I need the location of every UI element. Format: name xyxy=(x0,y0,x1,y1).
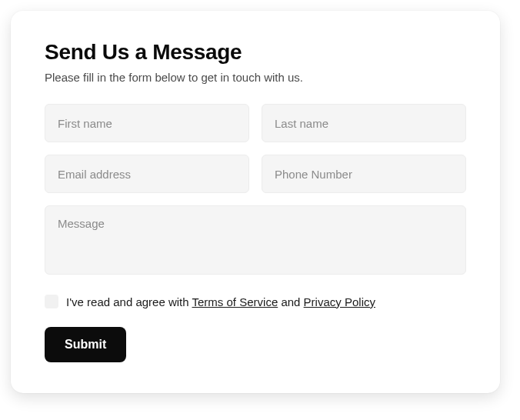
message-field[interactable] xyxy=(45,205,466,275)
contact-form: I've read and agree with Terms of Servic… xyxy=(45,104,466,362)
contact-row xyxy=(45,155,466,193)
contact-form-card: Send Us a Message Please fill in the for… xyxy=(11,11,500,393)
phone-field[interactable] xyxy=(262,155,466,193)
page-subtitle: Please fill in the form below to get in … xyxy=(45,71,466,84)
first-name-field[interactable] xyxy=(45,104,249,142)
submit-button[interactable]: Submit xyxy=(45,327,126,362)
name-row xyxy=(45,104,466,142)
page-title: Send Us a Message xyxy=(45,40,466,65)
consent-text: I've read and agree with Terms of Servic… xyxy=(66,295,375,308)
last-name-field[interactable] xyxy=(262,104,466,142)
email-field[interactable] xyxy=(45,155,249,193)
tos-link[interactable]: Terms of Service xyxy=(192,295,278,308)
consent-checkbox[interactable] xyxy=(45,295,58,308)
consent-prefix: I've read and agree with xyxy=(66,295,192,308)
privacy-link[interactable]: Privacy Policy xyxy=(304,295,375,308)
consent-middle: and xyxy=(278,295,303,308)
consent-row: I've read and agree with Terms of Servic… xyxy=(45,295,466,308)
